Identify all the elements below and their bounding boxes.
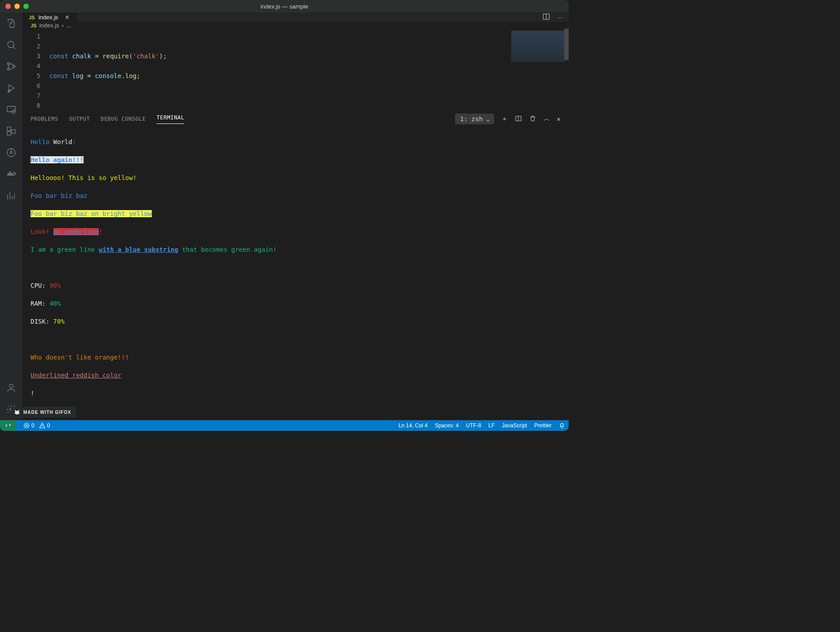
svg-point-3	[13, 66, 15, 68]
terminal-selector[interactable]: 1: zsh	[455, 114, 494, 124]
svg-rect-7	[7, 127, 11, 131]
tab-output[interactable]: OUTPUT	[69, 116, 90, 122]
main-row: JS index.js ✕ ··· JS index.js › ... 123 …	[0, 13, 569, 420]
editor-actions: ···	[542, 13, 569, 22]
window-title: index.js — sample	[0, 3, 569, 10]
new-terminal-icon[interactable]: ＋	[501, 115, 508, 123]
chevron-up-icon[interactable]: ︿	[544, 115, 550, 123]
svg-rect-8	[7, 132, 11, 135]
split-terminal-icon[interactable]	[515, 115, 522, 123]
code-editor[interactable]: 123 456 789 101112 131415 161718 19 cons…	[22, 29, 569, 111]
tab-terminal[interactable]: TERMINAL	[157, 114, 185, 124]
svg-point-1	[8, 63, 10, 65]
status-cursor-position[interactable]: Ln 14, Col 4	[398, 422, 428, 429]
status-errors[interactable]: 0	[23, 422, 35, 429]
terminal-output[interactable]: Hello World! Hello again!!! Helloooo! Th…	[22, 127, 569, 420]
search-icon[interactable]	[5, 39, 18, 51]
breadcrumb-file: index.js	[39, 22, 59, 29]
more-actions-icon[interactable]: ···	[557, 14, 562, 21]
status-indentation[interactable]: Spaces: 4	[435, 422, 459, 429]
titlebar: index.js — sample	[0, 0, 569, 13]
trash-icon[interactable]	[529, 115, 536, 123]
status-eol[interactable]: LF	[488, 422, 495, 429]
tab-debug-console[interactable]: DEBUG CONSOLE	[101, 116, 146, 122]
close-panel-icon[interactable]: ✕	[557, 115, 561, 123]
tab-index-js[interactable]: JS index.js ✕	[22, 13, 76, 22]
terminal-selector-label: 1: zsh	[460, 115, 483, 123]
svg-rect-9	[12, 130, 15, 133]
svg-rect-5	[7, 106, 15, 112]
status-formatter[interactable]: Prettier	[534, 422, 552, 429]
svg-point-0	[8, 41, 14, 48]
code-content[interactable]: const chalk = require('chalk'); const lo…	[49, 29, 569, 111]
status-language[interactable]: JavaScript	[502, 422, 527, 429]
tab-label: index.js	[38, 14, 58, 21]
editor-tabs: JS index.js ✕ ···	[22, 13, 569, 22]
svg-rect-15	[9, 172, 11, 173]
activity-bar	[0, 13, 22, 420]
source-control-icon[interactable]	[5, 60, 18, 73]
remote-explorer-icon[interactable]	[5, 103, 18, 116]
graph-icon[interactable]	[5, 189, 18, 202]
breadcrumb-sep: ›	[62, 22, 64, 29]
breadcrumb[interactable]: JS index.js › ...	[22, 22, 569, 29]
account-icon[interactable]	[5, 382, 18, 394]
run-debug-icon[interactable]	[5, 82, 18, 94]
status-warnings[interactable]: 0	[39, 422, 50, 429]
svg-point-16	[9, 384, 13, 388]
js-file-icon: JS	[29, 15, 35, 20]
svg-point-2	[8, 68, 10, 70]
status-encoding[interactable]: UTF-8	[466, 422, 481, 429]
docker-icon[interactable]	[5, 168, 18, 180]
scrollbar-indicator[interactable]	[564, 29, 569, 60]
gifox-watermark: MADE WITH GIFOX	[11, 407, 76, 417]
bottom-panel: PROBLEMS OUTPUT DEBUG CONSOLE TERMINAL 1…	[22, 111, 569, 420]
gitlens-icon[interactable]	[5, 146, 18, 159]
tab-problems[interactable]: PROBLEMS	[31, 116, 58, 122]
line-number-gutter: 123 456 789 101112 131415 161718 19	[22, 29, 49, 111]
extensions-icon[interactable]	[5, 125, 18, 137]
remote-indicator[interactable]	[0, 420, 16, 431]
status-notifications-icon[interactable]	[559, 422, 565, 429]
explorer-icon[interactable]	[5, 17, 18, 30]
split-editor-icon[interactable]	[542, 13, 550, 22]
svg-point-11	[10, 152, 12, 154]
panel-tabs: PROBLEMS OUTPUT DEBUG CONSOLE TERMINAL 1…	[22, 111, 569, 127]
breadcrumb-more: ...	[66, 22, 71, 29]
close-tab-icon[interactable]: ✕	[65, 14, 70, 21]
js-file-icon: JS	[31, 23, 36, 28]
editor-area: JS index.js ✕ ··· JS index.js › ... 123 …	[22, 13, 569, 420]
status-bar: 0 0 Ln 14, Col 4 Spaces: 4 UTF-8 LF Java…	[0, 420, 569, 431]
